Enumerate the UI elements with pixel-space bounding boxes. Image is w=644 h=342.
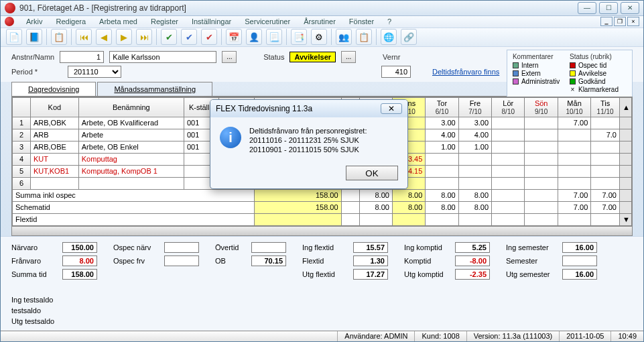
col-lor8[interactable]: Lör8/10: [492, 97, 525, 117]
ob-value: 70.15: [251, 255, 286, 266]
new-icon[interactable]: 📄: [6, 29, 22, 45]
col-man10[interactable]: Mån10/10: [558, 97, 590, 117]
user-x-icon[interactable]: 👤: [246, 29, 262, 45]
mdi-minimize[interactable]: ‗: [600, 17, 613, 26]
summary-row: Schematid158.008.008.008.008.007.007.00: [13, 201, 632, 213]
next-icon[interactable]: ▶: [116, 29, 132, 45]
anstnr-label: Anstnr/Namn: [11, 53, 54, 61]
col-tis11[interactable]: Tis11/10: [591, 97, 620, 117]
menu-register[interactable]: Register: [145, 16, 184, 27]
menu-installningar[interactable]: Inställningar: [186, 16, 237, 27]
maximize-button[interactable]: ☐: [599, 2, 618, 14]
legend: Kommentarer Intern Extern Administrativ …: [507, 50, 633, 97]
gear-icon[interactable]: ⚙: [311, 29, 327, 45]
form-area: Anstnr/Namn ... Status Avvikelser ... Ve…: [1, 47, 643, 82]
ingsem-value: 16.00: [562, 242, 597, 253]
tab-manadssammanstallning[interactable]: Månadssammanställning: [97, 82, 212, 96]
period-select[interactable]: 201110: [68, 66, 121, 78]
last-icon[interactable]: ⏭: [136, 29, 152, 45]
vernr-input[interactable]: [381, 66, 411, 78]
vernr-label: Vernr: [383, 53, 400, 61]
horizontal-scrollbar[interactable]: [12, 226, 632, 235]
open-icon[interactable]: 📘: [26, 29, 42, 45]
anstnr-input[interactable]: [60, 51, 104, 63]
tab-dagredovisning[interactable]: Dagredovisning: [11, 82, 96, 96]
franvaro-value: 8.00: [62, 255, 97, 266]
overtid-value: [251, 242, 286, 253]
scroll-up-icon[interactable]: ▲: [619, 97, 631, 117]
menu-arsrutiner[interactable]: Årsrutiner: [298, 16, 341, 27]
totals-panel: Närvaro150.00 Frånvaro8.00 Summa tid158.…: [1, 236, 643, 331]
status-time: 10:49: [610, 331, 643, 341]
menu-servicerutiner[interactable]: Servicerutiner: [239, 16, 296, 27]
menu-arbeta-med[interactable]: Arbeta med: [94, 16, 143, 27]
menu-fonster[interactable]: Fönster: [344, 16, 379, 27]
menu-help[interactable]: ?: [382, 16, 397, 27]
globe-icon[interactable]: 🌐: [381, 29, 397, 45]
status-label: Status: [263, 53, 284, 61]
check-red-icon[interactable]: ✔: [201, 29, 217, 45]
mdi-close[interactable]: ×: [627, 17, 639, 26]
semester-value: [562, 255, 597, 266]
status-lookup-button[interactable]: ...: [341, 51, 356, 63]
narvaro-value: 150.00: [62, 242, 97, 253]
deltids-link[interactable]: Deltidsfrånvaro finns: [432, 68, 499, 76]
ospecnarv-value: [164, 242, 199, 253]
col-fre7[interactable]: Fre7/10: [458, 97, 491, 117]
ospecfrv-value: [164, 255, 199, 266]
name-lookup-button[interactable]: ...: [222, 51, 237, 63]
col-tor6[interactable]: Tor6/10: [426, 97, 458, 117]
titlebar: 901, Företaget AB - [Registrering av tid…: [1, 1, 643, 16]
doc-icon[interactable]: 📃: [266, 29, 282, 45]
link-icon[interactable]: 🔗: [401, 29, 417, 45]
check-blue-icon[interactable]: ✔: [181, 29, 197, 45]
status-version: Version: 11.3a (111003): [466, 331, 559, 341]
report-icon[interactable]: 📑: [291, 29, 307, 45]
info-dialog: FLEX Tidredovisning 11.3a ✕ i Deltidsfrå…: [210, 99, 408, 189]
status-kund: Kund: 1008: [414, 331, 466, 341]
summary-row: Summa inkl ospec158.008.008.008.008.007.…: [13, 189, 632, 201]
dialog-text: Deltidsfrånvaro från personregistret: 20…: [249, 127, 367, 155]
statusbar: Användare: ADMIN Kund: 1008 Version: 11.…: [1, 331, 643, 341]
minimize-button[interactable]: —: [578, 2, 596, 14]
menu-redigera[interactable]: Redigera: [50, 16, 91, 27]
dialog-titlebar: FLEX Tidredovisning 11.3a ✕: [210, 100, 407, 117]
ingkomp-value: 5.25: [455, 242, 490, 253]
first-icon[interactable]: ⏮: [76, 29, 92, 45]
doc-icon: [5, 17, 14, 26]
menu-arkiv[interactable]: Arkiv: [21, 16, 48, 27]
close-button[interactable]: ✕: [621, 2, 639, 14]
ok-button[interactable]: OK: [346, 166, 398, 180]
dialog-title: FLEX Tidredovisning 11.3a: [216, 104, 312, 113]
summary-row: Flextid▼: [13, 213, 632, 225]
legend-status-hdr: Status (rubrik): [570, 53, 619, 60]
col-son9[interactable]: Sön9/10: [525, 97, 558, 117]
status-date: 2011-10-05: [559, 331, 610, 341]
app-icon: [5, 3, 15, 13]
flextid-value: 1.30: [353, 255, 388, 266]
utgsem-value: 16.00: [562, 269, 597, 280]
ingflex-value: 15.57: [353, 242, 388, 253]
col-benamning[interactable]: Benämning: [78, 97, 184, 117]
summatid-value: 158.00: [62, 269, 97, 280]
users-icon[interactable]: 👥: [336, 29, 352, 45]
window-title: 901, Företaget AB - [Registrering av tid…: [19, 3, 578, 13]
legend-comments-hdr: Kommentarer: [513, 53, 560, 60]
period-label: Period *: [11, 68, 49, 76]
mdi-restore[interactable]: ❐: [614, 17, 626, 26]
komptid-value: -8.00: [455, 255, 490, 266]
col-kod[interactable]: Kod: [30, 97, 78, 117]
name-input[interactable]: [109, 51, 216, 63]
utgkomp-value: -2.35: [455, 269, 490, 280]
info-icon: i: [220, 127, 241, 148]
calendar-icon[interactable]: 📅: [226, 29, 242, 45]
copy-icon[interactable]: 📋: [51, 29, 67, 45]
status-badge: Avvikelser: [289, 52, 336, 62]
prev-icon[interactable]: ◀: [96, 29, 112, 45]
dialog-close-button[interactable]: ✕: [381, 103, 402, 114]
check-green-icon[interactable]: ✔: [161, 29, 177, 45]
status-user: Användare: ADMIN: [337, 331, 414, 341]
utgflex-value: 17.27: [353, 269, 388, 280]
menubar: Arkiv Redigera Arbeta med Register Instä…: [1, 16, 643, 28]
clipboard-icon[interactable]: 📋: [356, 29, 372, 45]
